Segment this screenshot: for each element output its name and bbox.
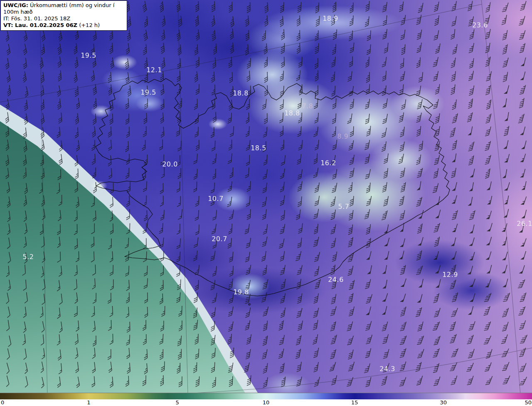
map-value-label: 10.7 [208, 195, 224, 203]
map-value-label: 12.1 [146, 66, 162, 74]
map-value-label: 23.6 [472, 21, 488, 29]
map-value-label: 19.5 [140, 88, 156, 96]
title-line-valid-time: VT: Lau. 01.02.2025 06Z (+12 h) [3, 22, 124, 29]
map-value-label: 5.7 [338, 203, 350, 210]
colorbar-tick-label: 0 [1, 399, 4, 406]
title-line-product: UWC/IG: Úrkomumætti (mm) og vindur í 100… [3, 2, 124, 15]
colorbar-tick-label: 30 [440, 399, 447, 406]
map-value-label: 24.6 [328, 276, 344, 284]
colorbar-tick-label: 10 [263, 399, 270, 406]
weather-map: 18.923.619.512.119.518.87.818.88.918.520… [0, 0, 532, 393]
colorbar-tick-label: 15 [351, 399, 358, 406]
map-value-label: 16.2 [320, 159, 336, 167]
map-value-label: 7.8 [302, 102, 313, 110]
map-value-label: 8.9 [337, 132, 349, 140]
map-value-label: 20.0 [162, 160, 178, 168]
forecast-offset: (+12 h) [77, 22, 100, 28]
weather-map-screenshot: 18.923.619.512.119.518.87.818.88.918.520… [0, 0, 532, 406]
map-value-label: 19.5 [81, 51, 96, 59]
colorbar-tick-label: 50 [525, 399, 532, 406]
colorbar-tick-label: 1 [87, 399, 90, 406]
colorbar-tick-label: 5 [176, 399, 179, 406]
valid-time: VT: Lau. 01.02.2025 06Z [3, 22, 77, 28]
map-value-label: 18.8 [233, 89, 249, 97]
map-value-label: 18.9 [323, 15, 338, 22]
map-value-label: 24.3 [379, 365, 395, 373]
colorbar-tick-labels: 01510153050 [0, 399, 532, 406]
map-value-label: 18.5 [251, 144, 266, 152]
colorbar-gradient [0, 393, 532, 399]
map-value-label: 19.8 [233, 288, 249, 296]
wind-barbs-layer [0, 0, 532, 393]
map-value-label: 12.9 [442, 271, 458, 279]
title-line-init-time: IT: Fös. 31. 01. 2025 18Z [3, 15, 124, 22]
map-value-label: 18.8 [284, 109, 300, 117]
map-value-label: 26.1 [517, 220, 532, 227]
product-id: UWC/IG: [3, 2, 28, 8]
map-title-box: UWC/IG: Úrkomumætti (mm) og vindur í 100… [0, 0, 127, 31]
map-value-label: 5.2 [23, 253, 34, 261]
map-value-label: 20.7 [212, 235, 227, 243]
